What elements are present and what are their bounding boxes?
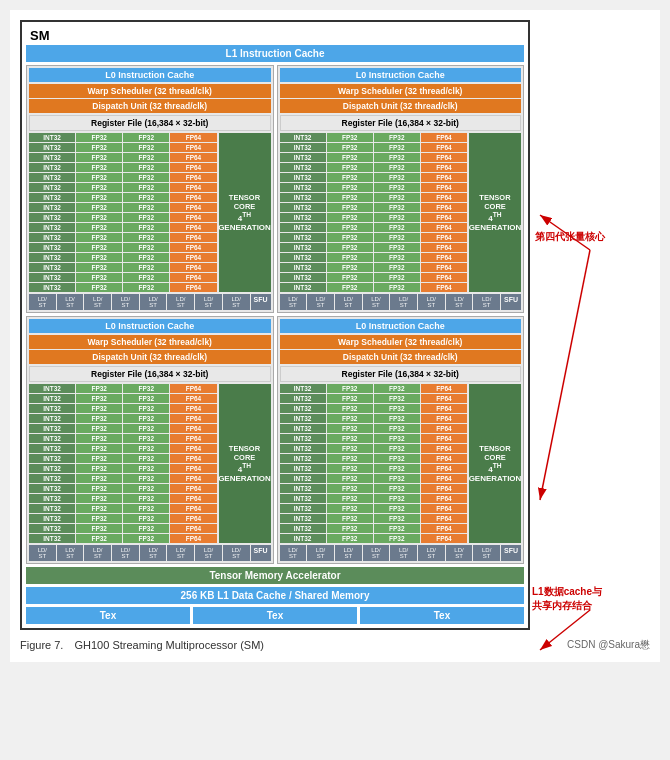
compute-cell: FP64 <box>421 263 467 272</box>
compute-cell: FP32 <box>123 243 169 252</box>
compute-cell: FP32 <box>374 494 420 503</box>
compute-cell: FP32 <box>374 514 420 523</box>
compute-cell: FP32 <box>374 444 420 453</box>
tex-cell-1: Tex <box>26 607 190 624</box>
compute-cell: INT32 <box>29 464 75 473</box>
compute-cell: FP32 <box>327 283 373 292</box>
compute-cell: FP64 <box>170 484 216 493</box>
compute-cell: FP32 <box>123 424 169 433</box>
compute-cell: FP64 <box>170 223 216 232</box>
tensor-memory-accelerator-label: Tensor Memory Accelerator <box>26 567 524 584</box>
l1-instruction-cache-label: L1 Instruction Cache <box>26 45 524 62</box>
compute-cell: INT32 <box>280 474 326 483</box>
q3-ldst-8: LD/ST <box>223 545 250 561</box>
compute-cell: INT32 <box>280 243 326 252</box>
compute-cell: FP32 <box>76 273 122 282</box>
compute-cell: FP32 <box>76 223 122 232</box>
compute-cell: FP64 <box>421 494 467 503</box>
q2-sfu: SFU <box>501 294 521 310</box>
compute-cell: FP32 <box>374 253 420 262</box>
compute-cell: FP64 <box>170 173 216 182</box>
quadrant-bottom-right: L0 Instruction Cache Warp Scheduler (32 … <box>277 316 525 564</box>
compute-cell: FP32 <box>123 454 169 463</box>
compute-cell: INT32 <box>29 223 75 232</box>
q2-ldst-row: LD/ST LD/ST LD/ST LD/ST LD/ST LD/ST LD/S… <box>280 294 522 310</box>
compute-cell: FP32 <box>123 394 169 403</box>
compute-cell: INT32 <box>280 424 326 433</box>
compute-cell: FP32 <box>123 484 169 493</box>
q1-ldst-2: LD/ST <box>57 294 84 310</box>
q3-ldst-4: LD/ST <box>112 545 139 561</box>
compute-cell: FP32 <box>76 173 122 182</box>
annotation-area: 第四代张量核心 L1数据cache与共享内存结合 <box>530 20 650 630</box>
compute-cell: FP32 <box>327 273 373 282</box>
compute-cell: FP64 <box>421 173 467 182</box>
q3-ldst-1: LD/ST <box>29 545 56 561</box>
svg-line-3 <box>540 610 590 650</box>
compute-cell: FP32 <box>374 394 420 403</box>
compute-cell: FP32 <box>374 283 420 292</box>
compute-cell: FP64 <box>421 253 467 262</box>
compute-cell: FP32 <box>76 484 122 493</box>
q3-ldst-7: LD/ST <box>195 545 222 561</box>
q1-ldst-6: LD/ST <box>167 294 194 310</box>
compute-cell: INT32 <box>29 484 75 493</box>
compute-cell: FP32 <box>374 404 420 413</box>
compute-cell: FP64 <box>421 153 467 162</box>
compute-cell: FP32 <box>76 163 122 172</box>
compute-cell: FP64 <box>170 464 216 473</box>
compute-cell: FP64 <box>421 213 467 222</box>
quadrant-grid: L0 Instruction Cache Warp Scheduler (32 … <box>26 65 524 564</box>
q2-tensor-core-label: TENSOR CORE 4TH GENERATION <box>469 133 521 292</box>
q3-compute-grid: INT32FP32FP32FP64 INT32FP32FP32FP64 INT3… <box>29 384 217 543</box>
q2-ldst-4: LD/ST <box>363 294 390 310</box>
q4-ldst-1: LD/ST <box>280 545 307 561</box>
compute-cell: FP32 <box>76 133 122 142</box>
q1-dispatch-unit: Dispatch Unit (32 thread/clk) <box>29 99 271 113</box>
compute-cell: INT32 <box>29 153 75 162</box>
compute-cell: FP32 <box>76 233 122 242</box>
figure-number: Figure 7. <box>20 639 63 651</box>
compute-cell: INT32 <box>29 183 75 192</box>
compute-cell: FP32 <box>123 534 169 543</box>
q3-l0-cache: L0 Instruction Cache <box>29 319 271 333</box>
q2-tensor-core-gen: 4TH GENERATION <box>469 211 522 232</box>
compute-cell: FP64 <box>421 203 467 212</box>
compute-cell: FP64 <box>170 143 216 152</box>
compute-cell: INT32 <box>280 253 326 262</box>
compute-cell: FP32 <box>327 514 373 523</box>
compute-cell: INT32 <box>29 444 75 453</box>
compute-cell: INT32 <box>29 454 75 463</box>
q2-ldst-3: LD/ST <box>335 294 362 310</box>
annotation-arrows-svg <box>530 20 650 720</box>
compute-cell: INT32 <box>29 193 75 202</box>
compute-cell: FP64 <box>170 283 216 292</box>
compute-cell: FP32 <box>327 133 373 142</box>
compute-cell: INT32 <box>280 534 326 543</box>
compute-cell: FP32 <box>327 253 373 262</box>
compute-cell: FP64 <box>421 524 467 533</box>
compute-cell: FP32 <box>76 143 122 152</box>
compute-cell: INT32 <box>29 474 75 483</box>
compute-cell: INT32 <box>280 434 326 443</box>
compute-cell: INT32 <box>280 454 326 463</box>
compute-cell: FP32 <box>123 504 169 513</box>
compute-cell: FP64 <box>170 504 216 513</box>
compute-cell: FP32 <box>374 173 420 182</box>
compute-cell: FP32 <box>327 394 373 403</box>
compute-cell: INT32 <box>29 394 75 403</box>
compute-cell: FP64 <box>421 193 467 202</box>
q1-ldst-8: LD/ST <box>223 294 250 310</box>
compute-cell: FP32 <box>76 434 122 443</box>
tex-cell-3: Tex <box>360 607 524 624</box>
compute-cell: FP64 <box>170 384 216 393</box>
tex-cell-2: Tex <box>193 607 357 624</box>
compute-cell: FP32 <box>374 424 420 433</box>
compute-cell: INT32 <box>29 404 75 413</box>
q3-warp-scheduler: Warp Scheduler (32 thread/clk) <box>29 335 271 349</box>
compute-cell: FP32 <box>327 504 373 513</box>
q2-ldst-5: LD/ST <box>390 294 417 310</box>
compute-cell: FP32 <box>327 173 373 182</box>
q4-ldst-4: LD/ST <box>363 545 390 561</box>
compute-cell: FP32 <box>123 474 169 483</box>
